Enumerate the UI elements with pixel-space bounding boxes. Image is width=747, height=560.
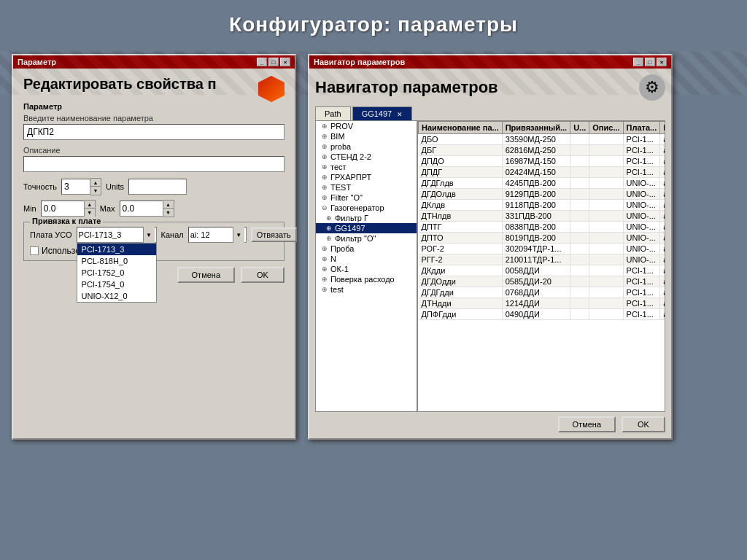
- plate-option-unio[interactable]: UNIO-X12_0: [77, 290, 156, 302]
- tree-item-filter-o[interactable]: ⊕Filter "O": [316, 192, 417, 203]
- close-button[interactable]: ×: [280, 58, 290, 66]
- table-row[interactable]: ДГДГдди0768ДДИPCI-1...ai: 2: [419, 287, 665, 298]
- tree-item-filtr-g[interactable]: ⊕Фильтр Г: [316, 213, 417, 223]
- tree-item-prov[interactable]: ⊕PROV: [316, 121, 417, 131]
- table-cell-desc: [589, 287, 623, 298]
- tree-item-stend[interactable]: ⊕СТЕНД 2-2: [316, 152, 417, 162]
- table-cell-plate: UNIO-...: [623, 244, 660, 254]
- channel-select-arrow[interactable]: ▼: [233, 227, 244, 243]
- tab-close-icon[interactable]: ✕: [397, 111, 403, 118]
- table-row[interactable]: ДТНдди1214ДДИPCI-1...ai: 3: [419, 298, 665, 309]
- max-input[interactable]: [120, 201, 163, 217]
- accuracy-up-arrow[interactable]: ▲: [90, 179, 101, 187]
- table-row[interactable]: ДГДОлдв9129ПДВ-200UNIO-...ai: ...: [419, 189, 665, 200]
- accuracy-down-arrow[interactable]: ▼: [90, 187, 101, 195]
- accuracy-spinner[interactable]: ▲ ▼: [61, 178, 101, 195]
- tree-item-TEST[interactable]: ⊕TEST: [316, 182, 417, 192]
- table-cell-bound: 9129ПДВ-200: [502, 189, 570, 200]
- tree-item-proba2[interactable]: ⊕Проба: [316, 244, 417, 254]
- min-up-arrow[interactable]: ▲: [85, 201, 95, 209]
- gear-icon: ⚙: [639, 74, 665, 101]
- plate-option-pci1752[interactable]: PCI-1752_0: [77, 267, 156, 279]
- tree-item-grharpr[interactable]: ⊕ГРХАРПРТ: [316, 172, 417, 182]
- tree-item-test2[interactable]: ⊕test: [316, 284, 417, 295]
- plate-option-pci1754[interactable]: PCI-1754_0: [77, 279, 156, 290]
- tree-item-gazogen[interactable]: ⊖Газогенератор: [316, 203, 417, 213]
- nav-ok-button[interactable]: OK: [622, 416, 665, 432]
- min-spinner[interactable]: ▲ ▼: [41, 200, 96, 217]
- channel-select[interactable]: ai: 12 ▼: [188, 227, 247, 243]
- table-row[interactable]: ДКдди0058ДДИPCI-1...ai: 0: [419, 265, 665, 276]
- plate-option-pcl818[interactable]: PCL-818H_0: [77, 255, 156, 267]
- table-cell-ch: ai: 9: [660, 178, 665, 189]
- nav-minimize-button[interactable]: _: [633, 58, 643, 66]
- max-down-arrow[interactable]: ▼: [163, 209, 174, 217]
- table-cell-name: ДПДО: [419, 156, 503, 167]
- desc-label: Описание: [23, 146, 285, 155]
- units-input[interactable]: [128, 179, 187, 195]
- col-header-name: Наименование па...: [419, 122, 503, 134]
- ok-button[interactable]: OK: [241, 267, 285, 283]
- col-header-desc: Опис...: [589, 122, 623, 134]
- table-row[interactable]: РОГ-2302094ТДР-1...UNIO-...ai: 6: [419, 244, 665, 254]
- table-row[interactable]: ДГДОдди0585ДДИ-20PCI-1...ai: 1: [419, 276, 665, 287]
- table-row[interactable]: ДПТО8019ПДВ-200UNIO-...ai: ...: [419, 233, 665, 244]
- table-cell-desc: [589, 265, 623, 276]
- col-header-ch: Ка...: [660, 122, 665, 134]
- plate-dropdown[interactable]: PCI-1713_3 PCL-818H_0 PCI-1752_0 PCI-175…: [77, 243, 157, 303]
- cancel-button[interactable]: Отмена: [177, 267, 235, 283]
- tree-item-proba[interactable]: ⊕proba: [316, 141, 417, 152]
- table-row[interactable]: ДПФГдди0490ДДИPCI-1...ai: 4: [419, 309, 665, 320]
- unlink-button[interactable]: Отвязать: [251, 228, 297, 242]
- table-row[interactable]: ДТНлдв331ПДВ-200UNIO-...ai: ...: [419, 211, 665, 222]
- tree-item-gg1497[interactable]: ⊕GG1497: [316, 223, 417, 233]
- table-cell-u: [570, 265, 589, 276]
- table-cell-plate: PCI-1...: [623, 167, 660, 178]
- tree-item-test[interactable]: ⊕тест: [316, 162, 417, 172]
- tree-item-ok1[interactable]: ⊕ОК-1: [316, 264, 417, 274]
- table-cell-ch: ai: 2: [660, 287, 665, 298]
- table-cell-plate: PCI-1...: [623, 276, 660, 287]
- table-row[interactable]: ДПТГ0838ПДВ-200UNIO-...ai: 8: [419, 222, 665, 233]
- nav-close-button[interactable]: ×: [657, 58, 667, 66]
- table-cell-name: ДГДГлдв: [419, 178, 503, 189]
- table-row[interactable]: ДПДГ02424МД-150PCI-1...ai: 1: [419, 167, 665, 178]
- plate-option-pci1713[interactable]: PCI-1713_3: [77, 244, 156, 255]
- max-spinner[interactable]: ▲ ▼: [120, 200, 174, 217]
- maximize-button[interactable]: □: [268, 58, 279, 66]
- use-checkbox[interactable]: [30, 246, 39, 255]
- plate-select[interactable]: PCI-1713_3 ▼: [77, 227, 157, 243]
- table-row[interactable]: ДКлдв9118ПДВ-200UNIO-...ai: ...: [419, 200, 665, 211]
- table-cell-ch: ai: 1: [660, 167, 665, 178]
- min-down-arrow[interactable]: ▼: [85, 209, 95, 217]
- minimize-button[interactable]: _: [257, 58, 267, 66]
- tree-item-bim[interactable]: ⊕BIM: [316, 131, 417, 141]
- tree-item-n[interactable]: ⊕N: [316, 254, 417, 264]
- tree-item-filtr-quote[interactable]: ⊕Фильтр "О": [316, 233, 417, 244]
- table-row[interactable]: ДПДО16987МД-150PCI-1...ai: 0: [419, 156, 665, 167]
- plate-select-arrow[interactable]: ▼: [143, 227, 155, 243]
- tree-pane[interactable]: ⊕PROV ⊕BIM ⊕proba ⊕СТЕНД 2-2 ⊕тест ⊕ГРХА…: [316, 121, 418, 411]
- table-cell-desc: [589, 211, 623, 222]
- table-row[interactable]: ДБГ62816МД-250PCI-1...ai: 8: [419, 145, 665, 156]
- col-header-bound: Привязанный...: [502, 122, 570, 134]
- nav-cancel-button[interactable]: Отмена: [558, 416, 616, 432]
- table-cell-desc: [589, 178, 623, 189]
- tab-gg1497[interactable]: GG1497 ✕: [352, 106, 413, 120]
- nav-maximize-button[interactable]: □: [645, 58, 655, 66]
- desc-input[interactable]: [23, 156, 285, 172]
- table-row[interactable]: РГГ-2210011ТДР-1...UNIO-...ai: 7: [419, 254, 665, 265]
- name-input[interactable]: [23, 124, 285, 140]
- table-cell-bound: 9118ПДВ-200: [502, 200, 570, 211]
- tab-path[interactable]: Path: [315, 106, 351, 120]
- accuracy-input[interactable]: [61, 179, 90, 195]
- table-row[interactable]: ДГДГлдв4245ПДВ-200UNIO-...ai: 9: [419, 178, 665, 189]
- tree-item-poverka[interactable]: ⊕Поверка расходо: [316, 274, 417, 284]
- max-up-arrow[interactable]: ▲: [163, 201, 174, 209]
- table-cell-desc: [589, 145, 623, 156]
- table-cell-desc: [589, 189, 623, 200]
- min-input[interactable]: [41, 201, 85, 217]
- table-cell-plate: PCI-1...: [623, 287, 660, 298]
- right-window-title: Навигатор параметров: [314, 58, 405, 66]
- table-row[interactable]: ДБО33590МД-250PCI-1...ai: 3: [419, 134, 665, 145]
